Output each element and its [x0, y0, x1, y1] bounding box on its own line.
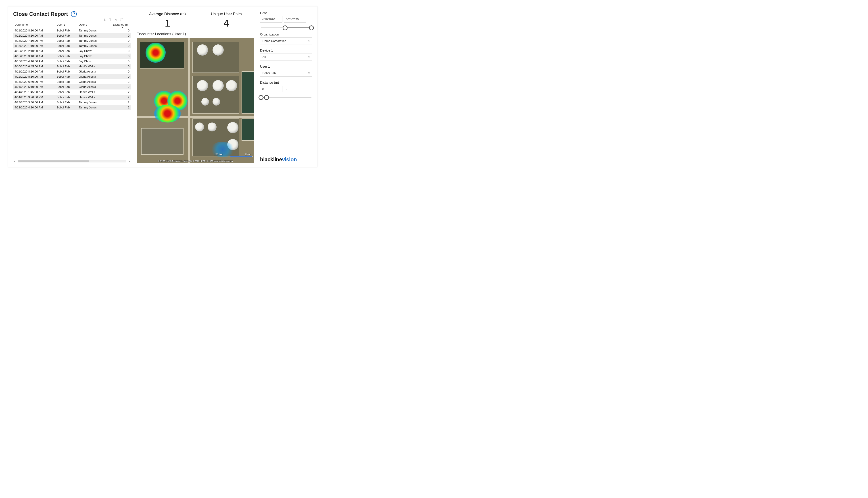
distance-slider[interactable] [261, 97, 311, 98]
map-scale-feet: 250 feet [215, 153, 223, 156]
device-select[interactable]: All ▽ [260, 54, 312, 61]
table-row[interactable]: 4/15/2020 4:10:00 AMBobbi FabiJay Chow0 [13, 59, 131, 64]
col-datetime[interactable]: Date/Time [13, 22, 55, 28]
svg-rect-1 [109, 19, 111, 21]
filter-date-label: Date [260, 11, 312, 15]
distance-slider-handle-min[interactable] [259, 95, 263, 100]
filter-device-label: Device 1 [260, 49, 312, 52]
encounter-map[interactable]: 250 feet 100 m ©CNES (2020) Distribution… [137, 38, 254, 163]
stat-avg-distance-label: Average Distance (m) [149, 12, 186, 16]
table-row[interactable]: 4/11/2020 8:10:00 AMBobbi FabiTammy Jone… [13, 28, 131, 33]
cell-user2: Tammy Jones [77, 33, 105, 38]
focus-mode-icon[interactable] [120, 18, 124, 22]
cell-user2: Gloria Acosta [77, 79, 105, 84]
table-hscroll[interactable]: < > [13, 158, 131, 163]
stat-avg-distance-value: 1 [149, 18, 186, 29]
cell-distance: 0 [105, 74, 131, 79]
filter-distance: Distance (m) 0 2 [260, 80, 312, 98]
table-row[interactable]: 4/10/2020 6:45:00 AMBobbi FabiHanifa Wel… [13, 64, 131, 69]
cell-user1: Bobbi Fabi [55, 100, 77, 105]
cell-user2: Tammy Jones [77, 43, 105, 49]
col-user2[interactable]: User 2 [77, 22, 105, 28]
filter-device: Device 1 All ▽ [260, 49, 312, 61]
cell-user1: Bobbi Fabi [55, 95, 77, 100]
cell-datetime: 4/12/2020 8:10:00 AM [13, 33, 55, 38]
svg-point-4 [128, 19, 129, 20]
cell-distance: 0 [105, 64, 131, 69]
date-slider-handle-min[interactable] [283, 25, 287, 30]
table-row[interactable]: 4/14/2020 1:45:00 AMBobbi FabiHanifa Wel… [13, 90, 131, 95]
filter-user: User 1 Bobbi Fabi ▽ [260, 65, 312, 77]
help-icon[interactable]: ? [71, 11, 77, 17]
scroll-left-icon[interactable]: < [13, 160, 16, 163]
more-options-icon[interactable] [126, 18, 129, 22]
cell-datetime: 4/11/2020 8:10:00 AM [13, 28, 55, 33]
sort-asc-icon: ▲ [121, 26, 123, 28]
center-panel: Average Distance (m) 1 Unique User Pairs… [137, 11, 254, 163]
cell-datetime: 4/23/2020 4:10:00 AM [13, 105, 55, 110]
distance-max-input[interactable]: 2 [284, 86, 306, 92]
date-slider[interactable] [261, 27, 311, 28]
table-row[interactable]: 4/12/2020 8:10:00 AMBobbi FabiGloria Aco… [13, 74, 131, 79]
cell-datetime: 4/15/2020 3:10:00 AM [13, 54, 55, 59]
col-user1[interactable]: User 1 [55, 22, 77, 28]
scroll-right-icon[interactable]: > [128, 160, 131, 163]
cell-datetime: 4/14/2020 6:40:00 PM [13, 79, 55, 84]
table-row[interactable]: 4/14/2020 7:10:00 PMBobbi FabiTammy Jone… [13, 38, 131, 43]
date-from-input[interactable]: 4/10/2020 [260, 16, 282, 23]
cell-datetime: 4/14/2020 9:20:00 PM [13, 95, 55, 100]
chevron-down-icon: ▽ [308, 71, 310, 75]
table-row[interactable]: 4/11/2020 8:10:00 AMBobbi FabiGloria Aco… [13, 69, 131, 74]
date-to-input[interactable]: 4/24/2020 [284, 16, 306, 23]
cell-distance: 2 [105, 90, 131, 95]
pin-icon[interactable] [103, 18, 106, 22]
scroll-track[interactable] [18, 160, 126, 162]
table-row[interactable]: 4/12/2020 8:10:00 AMBobbi FabiTammy Jone… [13, 33, 131, 38]
user-select-value: Bobbi Fabi [262, 71, 276, 75]
filter-organization: Organization Demo Corporation ▽ [260, 32, 312, 44]
filter-panel: Date 4/10/2020 4/24/2020 Organization De… [260, 11, 312, 163]
distance-min-input[interactable]: 0 [260, 86, 282, 92]
cell-user2: Jay Chow [77, 59, 105, 64]
table-row[interactable]: 4/15/2020 1:10:00 PMBobbi FabiTammy Jone… [13, 43, 131, 49]
help-icon-glyph: ? [73, 12, 75, 16]
scroll-thumb[interactable] [18, 160, 89, 162]
cell-user1: Bobbi Fabi [55, 49, 77, 54]
filter-user-label: User 1 [260, 65, 312, 68]
cell-user1: Bobbi Fabi [55, 28, 77, 33]
cell-user1: Bobbi Fabi [55, 69, 77, 74]
brand-part-a: blackline [260, 156, 282, 162]
table-row[interactable]: 4/23/2020 4:10:00 AMBobbi FabiTammy Jone… [13, 105, 131, 110]
filter-distance-label: Distance (m) [260, 80, 312, 84]
table-row[interactable]: 4/15/2020 3:10:00 AMBobbi FabiJay Chow0 [13, 54, 131, 59]
cell-distance: 0 [105, 69, 131, 74]
table-row[interactable]: 4/14/2020 6:40:00 PMBobbi FabiGloria Aco… [13, 79, 131, 84]
cell-user1: Bobbi Fabi [55, 38, 77, 43]
map-scalebar: 250 feet 100 m [208, 154, 252, 157]
cell-user2: Hanifa Wells [77, 64, 105, 69]
cell-datetime: 4/10/2020 6:45:00 AM [13, 64, 55, 69]
copy-icon[interactable] [108, 18, 112, 22]
col-distance[interactable]: Distance (m) ▲ [105, 22, 131, 28]
filter-icon[interactable] [114, 18, 118, 22]
cell-user1: Bobbi Fabi [55, 90, 77, 95]
cell-user1: Bobbi Fabi [55, 84, 77, 90]
cell-distance: 2 [105, 105, 131, 110]
date-slider-handle-max[interactable] [309, 25, 314, 30]
user-select[interactable]: Bobbi Fabi ▽ [260, 70, 312, 77]
table-row[interactable]: 4/23/2020 3:40:00 AMBobbi FabiTammy Jone… [13, 100, 131, 105]
distance-slider-handle-max[interactable] [264, 95, 269, 100]
chevron-down-icon: ▽ [308, 55, 310, 58]
cell-distance: 0 [105, 54, 131, 59]
cell-datetime: 4/14/2020 1:45:00 AM [13, 90, 55, 95]
table-row[interactable]: 4/15/2020 2:10:00 AMBobbi FabiJay Chow0 [13, 49, 131, 54]
cell-datetime: 4/15/2020 2:10:00 AM [13, 49, 55, 54]
table-row[interactable]: 4/14/2020 9:20:00 PMBobbi FabiHanifa Wel… [13, 95, 131, 100]
organization-select[interactable]: Demo Corporation ▽ [260, 38, 312, 44]
stat-avg-distance: Average Distance (m) 1 [149, 12, 186, 29]
cell-user2: Tammy Jones [77, 100, 105, 105]
cell-user2: Jay Chow [77, 54, 105, 59]
cell-user2: Gloria Acosta [77, 69, 105, 74]
table-row[interactable]: 4/21/2020 5:10:00 PMBobbi FabiGloria Aco… [13, 84, 131, 90]
cell-distance: 0 [105, 28, 131, 33]
